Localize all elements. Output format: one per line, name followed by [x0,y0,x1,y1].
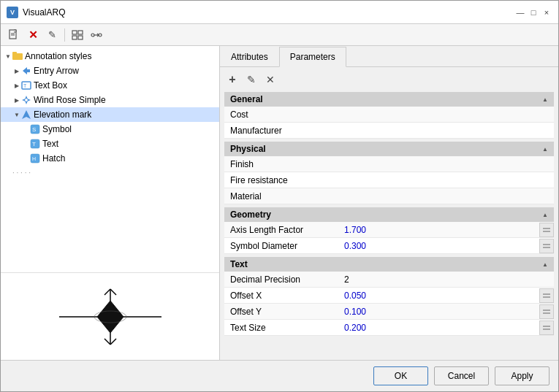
param-value-axis-length[interactable]: 1.700 [341,225,539,235]
tab-parameters[interactable]: Parameters [279,47,346,67]
wind-rose-expand[interactable] [12,96,21,104]
toolbar-new-button[interactable] [5,27,23,43]
param-label-text-size: Text Size [224,323,341,333]
param-row-offset-x: Offset X 0.050 [224,288,554,304]
flow-icon [91,29,102,41]
param-row-text-size: Text Size 0.200 [224,320,554,336]
param-row-cost: Cost [224,107,554,123]
app-icon: V [7,7,18,18]
params-content: + ✎ ✕ General ▲ Cost Manufacturer [220,67,558,360]
section-general-arrow[interactable]: ▲ [542,96,548,103]
text-icon: T [30,139,40,149]
tree-root[interactable]: Annotation styles [1,49,219,64]
svg-marker-27 [97,301,123,333]
root-arrow[interactable] [4,52,12,61]
param-label-material: Material [224,191,341,201]
symbol-diameter-stepper[interactable] [539,239,554,253]
svg-rect-11 [12,52,17,55]
toolbar-delete-button[interactable]: ✕ [24,27,42,43]
tree-item-entry-arrow[interactable]: Entry Arrow [1,64,219,78]
apply-button[interactable]: Apply [495,366,550,385]
tree-item-elevation-mark[interactable]: Elevation mark [1,107,219,122]
main-content: Annotation styles Entry Arrow [1,46,558,360]
svg-rect-6 [78,36,83,39]
svg-rect-4 [78,31,83,34]
tree-root-label: Annotation styles [25,51,91,61]
svg-text:T: T [32,141,36,147]
cancel-button[interactable]: Cancel [434,366,489,385]
tree-label-text: Text [42,139,58,149]
stepper-icon [541,225,552,235]
param-add-button[interactable]: + [224,72,240,88]
tree-item-wind-rose[interactable]: Wind Rose Simple [1,93,219,107]
param-label-manufacturer: Manufacturer [224,126,341,136]
axis-length-stepper[interactable] [539,223,554,237]
right-panel: Attributes Parameters + ✎ ✕ General ▲ [220,46,558,360]
stepper-icon-5 [541,323,552,333]
param-remove-button[interactable]: ✕ [262,72,278,88]
section-text-title: Text [230,259,248,269]
section-text-arrow[interactable]: ▲ [542,261,548,268]
entry-arrow-expand[interactable] [12,66,21,75]
offset-x-stepper[interactable] [539,288,554,303]
param-value-symbol-diameter[interactable]: 0.300 [341,241,539,251]
tree-item-text[interactable]: T Text [1,137,219,151]
new-doc-icon [8,29,20,41]
param-edit-button[interactable]: ✎ [243,72,259,88]
param-value-decimal-precision[interactable]: 2 [341,274,554,285]
svg-marker-18 [22,99,26,101]
section-text: Text ▲ Decimal Precision 2 Offset X 0.05… [224,257,554,336]
section-physical-title: Physical [230,144,266,154]
tree-item-symbol[interactable]: S Symbol [1,122,219,137]
toolbar-flow-button[interactable] [88,27,105,43]
tree-item-text-box[interactable]: T Text Box [1,78,219,93]
section-geometry-header[interactable]: Geometry ▲ [224,207,554,222]
tree-area: Annotation styles Entry Arrow [1,46,219,272]
param-value-offset-x[interactable]: 0.050 [341,291,539,301]
toolbar-rename-button[interactable]: ✎ [43,27,61,43]
section-physical-arrow[interactable]: ▲ [542,146,548,153]
param-label-fire-resistance: Fire resistance [224,175,341,185]
svg-line-33 [104,339,110,345]
svg-marker-19 [22,110,31,119]
toolbar-separator-1 [64,28,65,42]
ok-button[interactable]: OK [373,366,428,385]
maximize-button[interactable]: □ [528,7,539,18]
left-panel: Annotation styles Entry Arrow [1,46,220,360]
tree-label-hatch: Hatch [42,153,65,164]
param-value-offset-y[interactable]: 0.100 [341,307,539,317]
section-geometry-arrow[interactable]: ▲ [542,212,548,218]
elevation-mark-icon [21,109,31,120]
section-general-header[interactable]: General ▲ [224,92,554,107]
param-label-cost: Cost [224,109,341,120]
title-controls: — □ × [514,7,552,18]
tabs-bar: Attributes Parameters [220,46,558,67]
section-physical-header[interactable]: Physical ▲ [224,142,554,156]
root-folder-icon [12,51,23,61]
minimize-button[interactable]: — [514,7,526,18]
elevation-mark-expand[interactable] [12,110,21,119]
offset-y-stepper[interactable] [539,304,554,319]
elevation-mark-preview [52,280,169,353]
param-value-text-size[interactable]: 0.200 [341,323,539,333]
main-window: V VisualARQ — □ × ✕ ✎ [0,0,559,392]
param-row-symbol-diameter: Symbol Diameter 0.300 [224,238,554,254]
close-button[interactable]: × [541,7,552,18]
text-box-expand[interactable] [12,81,21,90]
main-toolbar: ✕ ✎ [1,24,558,46]
section-text-header[interactable]: Text ▲ [224,257,554,272]
tree-label-entry-arrow: Entry Arrow [34,66,79,76]
tree-item-hatch[interactable]: H Hatch [1,151,219,166]
param-label-decimal-precision: Decimal Precision [224,274,341,285]
tab-attributes[interactable]: Attributes [220,47,279,67]
tree-label-symbol: Symbol [42,124,72,134]
section-geometry-title: Geometry [230,210,271,220]
text-size-stepper[interactable] [539,320,554,335]
symbol-icon: S [30,124,40,134]
param-row-axis-length: Axis Length Factor 1.700 [224,222,554,238]
toolbar-view-button[interactable] [69,27,86,43]
wind-rose-icon [21,95,31,105]
svg-rect-3 [72,31,77,34]
param-row-fire-resistance: Fire resistance [224,172,554,188]
text-box-icon: T [21,80,31,91]
